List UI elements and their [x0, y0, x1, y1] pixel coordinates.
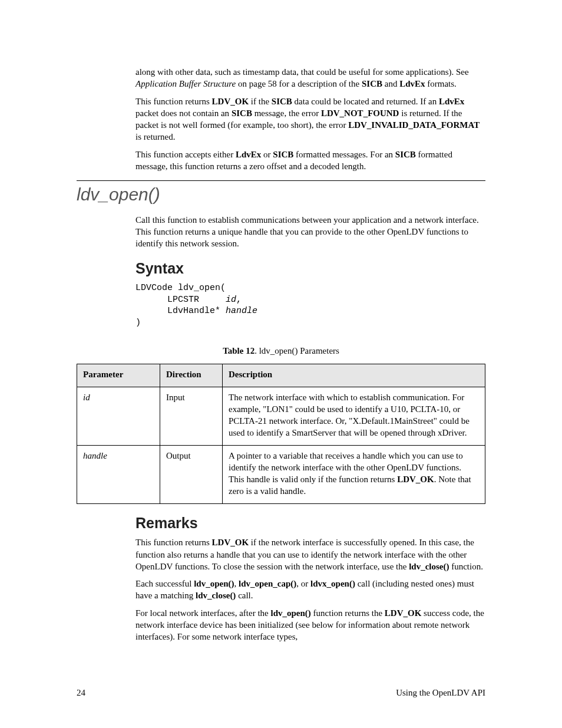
intro-para-1: along with other data, such as timestamp…: [135, 66, 485, 90]
table-row: id Input The network interface with whic…: [77, 387, 485, 445]
cell-param: handle: [77, 445, 160, 503]
section-desc: Call this function to establish communic…: [135, 214, 485, 250]
cell-param: id: [77, 387, 160, 445]
col-header-direction: Direction: [160, 364, 223, 387]
syntax-heading: Syntax: [135, 259, 485, 279]
intro-para-2: This function returns LDV_OK if the SICB…: [135, 95, 485, 143]
col-header-description: Description: [223, 364, 485, 387]
remarks-para-2: Each successful ldv_open(), ldv_open_cap…: [135, 578, 485, 602]
table-row: handle Output A pointer to a variable th…: [77, 445, 485, 503]
table-header-row: Parameter Direction Description: [77, 364, 485, 387]
cell-direction: Output: [160, 445, 223, 503]
syntax-code: LDVCode ldv_open( LPCSTR id, LdvHandle* …: [135, 282, 485, 328]
section-intro: Call this function to establish communic…: [135, 214, 485, 329]
remarks-para-1: This function returns LDV_OK if the netw…: [135, 536, 485, 572]
remarks-heading: Remarks: [135, 513, 485, 533]
page-footer: 24 Using the OpenLDV API: [77, 687, 485, 699]
remarks-block: Remarks This function returns LDV_OK if …: [135, 513, 485, 643]
cell-description: The network interface with which to esta…: [223, 387, 485, 445]
parameters-table: Parameter Direction Description id Input…: [77, 364, 485, 503]
book-title: Using the OpenLDV API: [396, 687, 485, 699]
section-title: ldv_open(): [77, 180, 485, 207]
page-number: 24: [77, 687, 85, 699]
table-caption: Table 12. ldv_open() Parameters: [77, 345, 485, 357]
cell-direction: Input: [160, 387, 223, 445]
cell-description: A pointer to a variable that receives a …: [223, 445, 485, 503]
col-header-parameter: Parameter: [77, 364, 160, 387]
intro-para-3: This function accepts either LdvEx or SI…: [135, 149, 485, 173]
remarks-para-3: For local network interfaces, after the …: [135, 607, 485, 643]
page: along with other data, such as timestamp…: [0, 0, 562, 728]
intro-block: along with other data, such as timestamp…: [135, 66, 485, 172]
